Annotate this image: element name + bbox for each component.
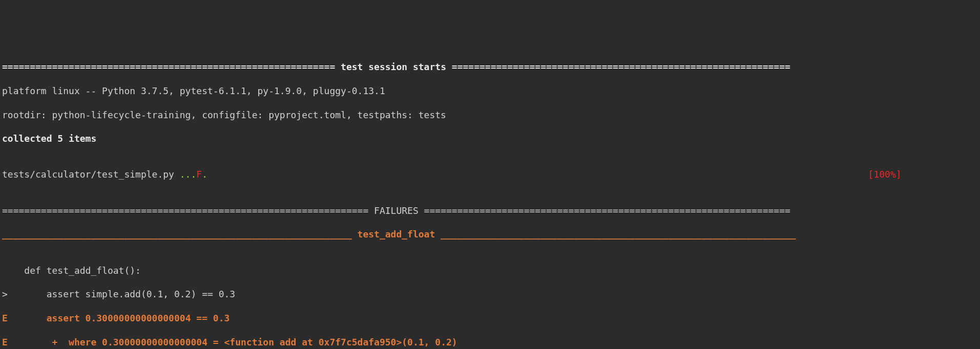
code-def-line: def test_add_float(): [2,265,978,276]
failed-test-name: test_add_float [358,229,435,239]
error-prefix: E [2,313,47,323]
rootdir-info: rootdir: python-lifecycle-training, conf… [2,109,978,121]
rule-text: ========================================… [419,205,790,216]
error-line-2: E + where 0.30000000000000004 = <functio… [2,336,978,348]
test-file-result-line: tests/calculator/test_simple.py ...F. [1… [2,168,978,180]
failures-title: FAILURES [374,205,419,216]
session-header-line: ========================================… [2,61,978,73]
rule-text: ========================================… [2,205,374,216]
rule-text: ________________________________________… [435,229,796,239]
pass-dots: . [202,169,207,180]
error-prefix: E [2,337,52,347]
progress-percent: [100%] [868,169,902,180]
terminal-output: ========================================… [2,49,978,349]
error-line-1: E assert 0.30000000000000004 == 0.3 [2,312,978,324]
rule-text: ========================================… [2,61,341,72]
rule-text: ________________________________________… [2,229,358,239]
platform-info: platform linux -- Python 3.7.5, pytest-6… [2,85,978,97]
session-title: test session starts [341,61,446,72]
error-text: + where 0.30000000000000004 = <function … [52,337,457,347]
pass-dots: ... [180,169,197,180]
padding [207,169,868,180]
rule-text: ========================================… [446,61,790,72]
collected-items: collected 5 items [2,133,978,144]
test-file-path: tests/calculator/test_simple.py [2,169,180,180]
failures-header-line: ========================================… [2,205,978,216]
test-name-header-line: ________________________________________… [2,228,978,240]
fail-marker: F [196,169,202,180]
code-assert-line: > assert simple.add(0.1, 0.2) == 0.3 [2,288,978,300]
error-text: assert 0.30000000000000004 == 0.3 [47,313,230,323]
